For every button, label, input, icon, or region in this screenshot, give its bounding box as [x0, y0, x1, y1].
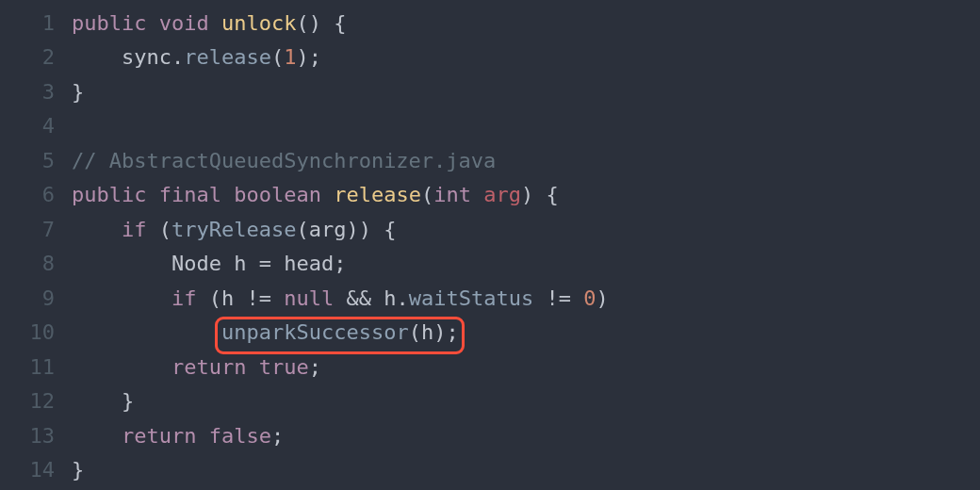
token-call: unparkSuccessor [221, 320, 409, 344]
token-kw: false [209, 424, 271, 448]
token-call: tryRelease [172, 218, 296, 241]
token-num: 0 [583, 286, 596, 310]
code-line[interactable]: 10 unparkSuccessor(h); [0, 316, 980, 351]
code-line[interactable]: 13 return false; [0, 418, 980, 453]
line-number: 7 [0, 218, 72, 241]
token-op: } [72, 80, 84, 104]
token-kw: boolean [234, 183, 321, 206]
token-op: ; [271, 424, 284, 448]
token-op: ) { [521, 183, 559, 206]
line-number: 3 [0, 80, 72, 104]
token-id: sync [122, 45, 172, 69]
code-line[interactable]: 2 sync.release(1); [0, 41, 980, 75]
token-kw: void [159, 11, 209, 35]
token-fn: unlock [221, 11, 296, 35]
token-op: && [346, 286, 371, 310]
code-content: } [72, 458, 84, 482]
token-kw: return [172, 355, 246, 379]
code-line[interactable]: 3} [0, 74, 980, 109]
line-number: 14 [0, 458, 72, 482]
code-content: } [72, 389, 134, 413]
token-kw: int [433, 183, 471, 206]
token-op: (arg)) { [296, 218, 396, 241]
token-op: ( [421, 183, 433, 206]
line-number: 1 [0, 11, 72, 35]
token-kw: public [72, 183, 146, 206]
token-call: release [184, 45, 271, 69]
token-fn: release [334, 183, 421, 206]
code-content: if (h != null && h.waitStatus != 0) [72, 286, 609, 310]
token-op: = [259, 252, 271, 275]
token-id: Node h [172, 252, 259, 275]
token-op: () { [296, 11, 346, 35]
token-kw: if [172, 286, 197, 310]
code-content: return false; [72, 424, 284, 448]
line-number: 8 [0, 252, 72, 275]
token-op: ( [159, 218, 172, 241]
token-param: arg [483, 183, 521, 206]
token-op: ) [596, 286, 608, 310]
line-number: 2 [0, 45, 72, 69]
token-op: != [546, 286, 571, 310]
token-op: ; [309, 355, 321, 379]
line-number: 12 [0, 389, 72, 413]
token-kw: final [159, 183, 221, 206]
token-comm: // AbstractQueuedSynchronizer.java [72, 149, 496, 172]
code-line[interactable]: 11 return true; [0, 350, 980, 384]
token-op: != [246, 286, 271, 310]
code-content: } [72, 80, 84, 104]
code-editor[interactable]: 1public void unlock() {2 sync.release(1)… [0, 0, 980, 487]
token-id: h [384, 286, 396, 310]
code-line[interactable]: 9 if (h != null && h.waitStatus != 0) [0, 281, 980, 316]
token-kw: true [259, 355, 309, 379]
token-call: waitStatus [409, 286, 533, 310]
token-op: ); [296, 45, 321, 69]
code-content: public final boolean release(int arg) { [72, 183, 559, 206]
token-kw: return [122, 424, 196, 448]
code-content: if (tryRelease(arg)) { [72, 218, 396, 241]
token-op: ( [271, 45, 284, 69]
token-op: (h [209, 286, 247, 310]
token-op: } [72, 458, 84, 482]
code-line[interactable]: 4 [0, 109, 980, 144]
token-op: . [172, 45, 184, 69]
line-number: 11 [0, 355, 72, 379]
token-kw: if [122, 218, 147, 241]
code-line[interactable]: 7 if (tryRelease(arg)) { [0, 212, 980, 247]
line-number: 4 [0, 114, 72, 138]
token-op: } [122, 389, 134, 413]
code-content: sync.release(1); [72, 45, 321, 69]
token-op: . [396, 286, 408, 310]
code-line[interactable]: 6public final boolean release(int arg) { [0, 178, 980, 213]
code-content: unparkSuccessor(h); [72, 320, 459, 344]
token-kw: null [284, 286, 334, 310]
code-content: Node h = head; [72, 252, 346, 275]
code-line[interactable]: 5// AbstractQueuedSynchronizer.java [0, 143, 980, 178]
line-number: 13 [0, 424, 72, 448]
token-kw: public [72, 11, 146, 35]
code-content: public void unlock() { [72, 11, 346, 35]
code-line[interactable]: 14} [0, 453, 980, 488]
line-number: 9 [0, 286, 72, 310]
code-content: return true; [72, 355, 321, 379]
token-num: 1 [284, 45, 296, 69]
code-line[interactable]: 8 Node h = head; [0, 247, 980, 282]
token-op: (h); [409, 320, 459, 344]
code-content: // AbstractQueuedSynchronizer.java [72, 149, 496, 172]
line-number: 5 [0, 149, 72, 172]
line-number: 6 [0, 183, 72, 206]
line-number: 10 [0, 320, 72, 344]
token-id: head; [271, 252, 346, 275]
code-line[interactable]: 12 } [0, 384, 980, 419]
code-line[interactable]: 1public void unlock() { [0, 6, 980, 41]
